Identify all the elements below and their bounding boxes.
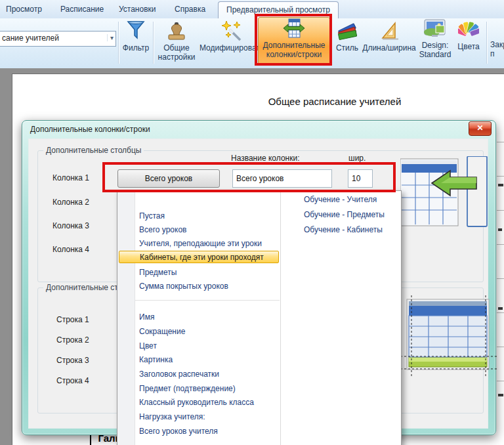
app-window: Просмотр Расписание Установки Справка Пр… bbox=[0, 0, 504, 445]
menu-item-education-subjects[interactable]: Обучение - Предметы bbox=[304, 208, 385, 222]
colors-label: Цвета bbox=[457, 42, 479, 51]
toolbar-separator bbox=[118, 22, 119, 64]
page-text-fragment bbox=[498, 394, 503, 396]
menu-item-subject-approval[interactable]: Предмет (подтверждение) bbox=[139, 382, 236, 396]
add-row-illustration bbox=[394, 294, 500, 383]
close-icon: ✕ bbox=[476, 123, 483, 133]
stamp-icon bbox=[166, 20, 187, 43]
column-3-label: Колонка 3 bbox=[52, 221, 89, 230]
style-button[interactable]: Стиль bbox=[332, 20, 362, 53]
menu-gutter bbox=[117, 191, 135, 445]
tab-prosmotr[interactable]: Просмотр bbox=[6, 0, 42, 18]
menu-item-teachers-teaching[interactable]: Учителя, преподающие эти уроки bbox=[139, 237, 262, 251]
filter-label: Фильтр bbox=[123, 43, 149, 53]
column-4-label: Колонка 4 bbox=[52, 245, 89, 254]
menu-separator bbox=[135, 300, 280, 301]
menu-item-subjects[interactable]: Предметы bbox=[139, 266, 177, 280]
row-2-label: Строка 2 bbox=[56, 335, 89, 345]
tab-spravka[interactable]: Справка bbox=[175, 0, 205, 18]
column-1-label: Колонка 1 bbox=[52, 173, 89, 182]
menu-item-total-lessons[interactable]: Всего уроков bbox=[139, 223, 186, 237]
menu-item-name[interactable]: Имя bbox=[139, 310, 154, 324]
design-label-2: Standard bbox=[419, 50, 452, 59]
general-settings-button[interactable]: Общие настройки bbox=[155, 20, 198, 62]
column-1-type-button[interactable]: Всего уроков bbox=[117, 169, 220, 188]
set-square-icon bbox=[378, 20, 400, 43]
extra-columns-rows-button[interactable]: Дополнительные колонки/строки bbox=[258, 17, 330, 65]
column-1-name-input[interactable] bbox=[232, 169, 332, 188]
page-table-line bbox=[497, 244, 504, 245]
magic-wand-icon bbox=[220, 20, 243, 43]
filter-funnel-icon bbox=[126, 20, 146, 43]
extra-columns-label-2: колонки/строки bbox=[266, 50, 322, 59]
general-settings-label-1: Общие bbox=[163, 43, 189, 53]
column-2-label: Колонка 2 bbox=[52, 198, 89, 207]
tab-ustanovki[interactable]: Установки bbox=[119, 0, 156, 18]
style-label: Стиль bbox=[336, 43, 358, 53]
page-table-line bbox=[497, 176, 504, 177]
menu-item-teacher-total-lessons[interactable]: Всего уроков учителя bbox=[139, 425, 218, 438]
menu-item-classrooms-highlighted[interactable]: Кабинеты, где эти уроки проходят bbox=[119, 251, 279, 263]
books-icon bbox=[336, 20, 358, 43]
tab-preview-active[interactable]: Предварительный просмотр bbox=[218, 1, 339, 19]
column-type-menu: Пустая Всего уроков Учителя, преподающие… bbox=[117, 190, 402, 445]
design-button[interactable]: Design: Standard bbox=[417, 19, 453, 59]
design-label-1: Design: bbox=[422, 41, 449, 50]
menu-item-teacher-load[interactable]: Нагрузка учителя: bbox=[139, 410, 205, 424]
menu-item-education-classrooms[interactable]: Обучение - Кабинеты bbox=[304, 223, 383, 237]
menu-item-picture[interactable]: Картинка bbox=[139, 353, 173, 367]
menu-item-color[interactable]: Цвет bbox=[139, 339, 157, 353]
close-preview-label-1: Закр bbox=[490, 40, 504, 49]
close-preview-button[interactable]: Закр п bbox=[487, 19, 504, 58]
page-text-fragment bbox=[498, 184, 503, 186]
menu-item-printout-header[interactable]: Заголовок распечатки bbox=[139, 368, 219, 381]
color-fan-icon bbox=[458, 19, 479, 42]
row-4-label: Строка 4 bbox=[56, 376, 89, 385]
combo-value: сание учителей bbox=[2, 33, 59, 43]
length-width-label: Длина/ширина bbox=[362, 43, 415, 53]
menu-item-education-teachers[interactable]: Обучение - Учителя bbox=[304, 193, 377, 207]
page-table-line bbox=[497, 142, 504, 142]
column-1-width-input[interactable] bbox=[348, 169, 373, 188]
schedule-selector-combo[interactable]: сание учителей ▾ bbox=[0, 31, 116, 47]
monitor-icon bbox=[423, 19, 447, 41]
extra-columns-label-1: Дополнительные bbox=[263, 41, 326, 50]
column-name-label: Название колонки: bbox=[231, 154, 299, 163]
menu-item-empty[interactable]: Пустая bbox=[139, 209, 165, 223]
length-width-button[interactable]: Длина/ширина bbox=[360, 20, 419, 53]
colors-button[interactable]: Цвета bbox=[453, 19, 484, 51]
general-settings-label-2: настройки bbox=[158, 53, 196, 62]
row-3-label: Строка 3 bbox=[56, 356, 89, 365]
row-1-label: Строка 1 bbox=[56, 315, 89, 324]
extra-columns-icon bbox=[283, 18, 305, 41]
page-table-line bbox=[497, 210, 504, 211]
chevron-down-icon[interactable]: ▾ bbox=[107, 34, 114, 41]
filter-button[interactable]: Фильтр bbox=[121, 20, 151, 53]
menu-item-class-teacher[interactable]: Классный руководитель класса bbox=[139, 396, 254, 410]
toolbar-separator bbox=[153, 22, 154, 64]
menu-item-abbreviation[interactable]: Сокращение bbox=[139, 325, 185, 339]
column-width-label: шир. bbox=[348, 154, 366, 163]
page-title: Общее расписание учителей bbox=[236, 96, 433, 107]
page-text-fragment bbox=[498, 228, 502, 231]
page-table-line bbox=[497, 278, 504, 279]
add-column-illustration bbox=[400, 156, 494, 232]
columns-group-label: Дополнительные столбцы bbox=[43, 146, 144, 155]
tab-raspisanie[interactable]: Расписание bbox=[60, 0, 104, 18]
modify-label: Модифицировать bbox=[200, 43, 264, 53]
menu-item-covered-lessons[interactable]: Сумма покрытых уроков bbox=[139, 280, 228, 293]
dialog-title: Дополнительные колонки/строки bbox=[30, 125, 150, 134]
close-preview-label-2: п bbox=[490, 49, 495, 58]
dialog-close-button[interactable]: ✕ bbox=[469, 121, 492, 136]
menu-column-separator bbox=[280, 191, 281, 445]
